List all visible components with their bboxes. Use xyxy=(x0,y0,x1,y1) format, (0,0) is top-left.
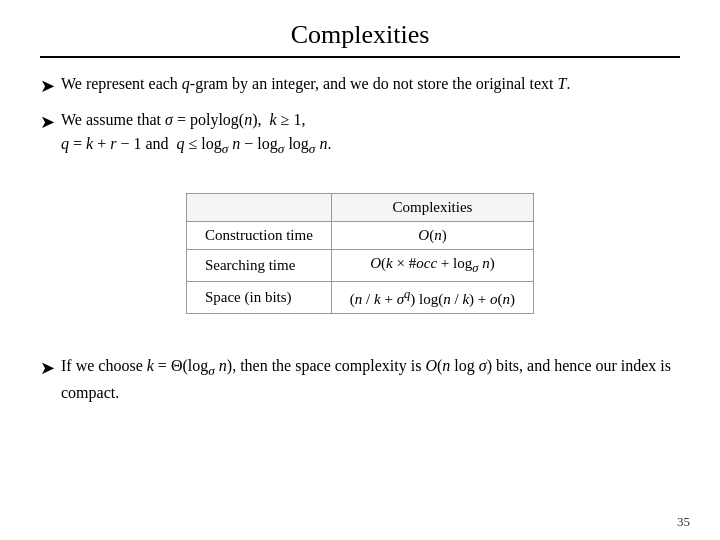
table-header-row: Complexities xyxy=(186,194,533,222)
table-header-complexities: Complexities xyxy=(331,194,533,222)
table-header-empty xyxy=(186,194,331,222)
bottom-bullets: ➤ If we choose k = Θ(logσ n), then the s… xyxy=(40,354,680,409)
bullet-2: ➤ We assume that σ = polylog(n), k ≥ 1, … xyxy=(40,108,680,159)
complexities-table: Complexities Construction time O(n) Sear… xyxy=(186,193,534,314)
table-cell-space-label: Space (in bits) xyxy=(186,282,331,314)
table-cell-searching-value: O(k × #occ + logσ n) xyxy=(331,250,533,282)
table-cell-searching-label: Searching time xyxy=(186,250,331,282)
bullet-symbol-1: ➤ xyxy=(40,73,55,100)
slide-title: Complexities xyxy=(40,20,680,58)
table-wrapper: Complexities Construction time O(n) Sear… xyxy=(40,179,680,328)
table-cell-construction-label: Construction time xyxy=(186,222,331,250)
bullet-symbol-3: ➤ xyxy=(40,355,55,382)
bullet-1: ➤ We represent each q-gram by an integer… xyxy=(40,72,680,100)
bullet-3-text: If we choose k = Θ(logσ n), then the spa… xyxy=(61,354,680,405)
page-number: 35 xyxy=(677,514,690,530)
table-row-space: Space (in bits) (n / k + σq) log(n / k) … xyxy=(186,282,533,314)
slide-content: ➤ We represent each q-gram by an integer… xyxy=(40,64,680,520)
bullet-2-text: We assume that σ = polylog(n), k ≥ 1, q … xyxy=(61,108,331,159)
slide-container: Complexities ➤ We represent each q-gram … xyxy=(0,0,720,540)
bullet-symbol-2: ➤ xyxy=(40,109,55,136)
table-cell-space-value: (n / k + σq) log(n / k) + o(n) xyxy=(331,282,533,314)
bullet-3: ➤ If we choose k = Θ(logσ n), then the s… xyxy=(40,354,680,405)
table-cell-construction-value: O(n) xyxy=(331,222,533,250)
table-row-construction: Construction time O(n) xyxy=(186,222,533,250)
bullet-1-text: We represent each q-gram by an integer, … xyxy=(61,72,570,96)
table-row-searching: Searching time O(k × #occ + logσ n) xyxy=(186,250,533,282)
